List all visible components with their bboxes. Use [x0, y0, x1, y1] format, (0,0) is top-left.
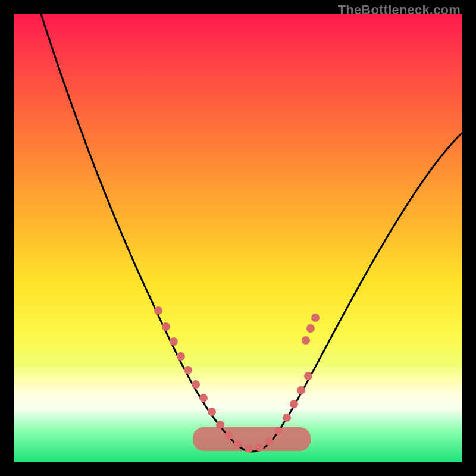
svg-point-14	[265, 437, 273, 446]
svg-point-22	[311, 314, 320, 322]
svg-point-11	[234, 440, 242, 448]
svg-point-4	[177, 352, 185, 361]
svg-point-18	[297, 386, 305, 394]
svg-point-12	[245, 444, 253, 453]
svg-point-9	[216, 421, 224, 429]
watermark-text: TheBottleneck.com	[338, 2, 461, 18]
chart-svg	[14, 14, 462, 462]
svg-point-13	[255, 443, 264, 452]
svg-point-17	[290, 400, 298, 408]
svg-point-16	[283, 414, 291, 422]
svg-point-10	[224, 431, 233, 440]
svg-point-6	[192, 380, 200, 389]
chart-frame	[14, 14, 462, 462]
svg-point-15	[274, 427, 283, 435]
svg-point-8	[208, 408, 216, 416]
svg-point-19	[304, 372, 312, 380]
bottleneck-curve	[41, 14, 462, 452]
svg-point-5	[184, 366, 192, 374]
svg-point-20	[302, 336, 310, 345]
svg-point-2	[162, 322, 170, 331]
svg-point-3	[170, 337, 178, 346]
svg-point-7	[199, 394, 208, 402]
svg-point-21	[306, 324, 315, 333]
svg-point-1	[154, 306, 162, 315]
